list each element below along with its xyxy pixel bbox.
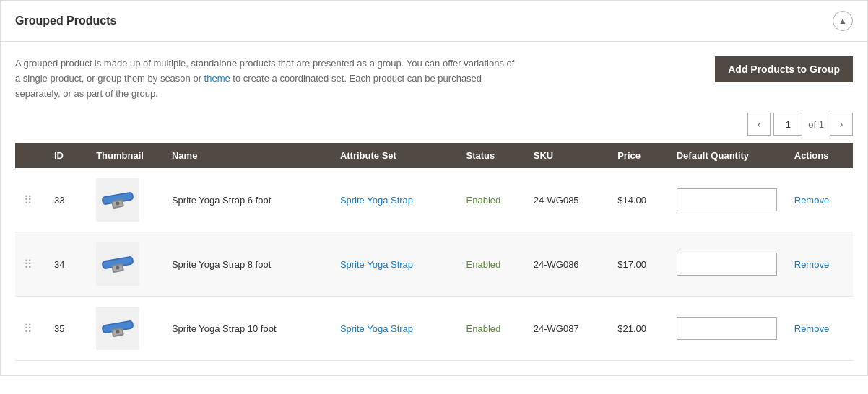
row-status: Enabled [458,297,525,361]
page-total: of 1 [805,119,827,130]
next-icon: › [840,118,843,130]
grouped-products-panel: Grouped Products ▲ A grouped product is … [0,0,868,376]
row-sku: 24-WG087 [525,297,609,361]
drag-dots-icon: ⠿ [24,258,32,271]
product-image [96,178,139,222]
drag-handle[interactable]: ⠿ [15,297,45,361]
row-status: Enabled [458,232,525,297]
product-image [96,242,139,286]
panel-title: Grouped Products [15,14,116,27]
row-sku: 24-WG085 [525,168,609,232]
page-number-input[interactable] [773,113,802,136]
row-thumbnail [87,297,163,361]
top-row: A grouped product is made up of multiple… [15,56,853,101]
row-attribute-set: Sprite Yoga Strap [331,232,458,297]
row-id: 33 [45,168,87,232]
row-price: $17.00 [609,232,668,297]
panel-body: A grouped product is made up of multiple… [1,42,867,375]
quantity-input[interactable] [677,317,777,340]
col-header-attribute-set: Attribute Set [331,143,458,168]
prev-page-button[interactable]: ‹ [747,113,771,136]
col-header-actions: Actions [786,143,853,168]
products-table: ID Thumbnail Name Attribute Set Status S… [15,143,853,361]
pagination-row: ‹ of 1 › [15,113,853,136]
row-default-quantity [668,297,786,361]
remove-link[interactable]: Remove [794,259,829,270]
table-row: ⠿ 35 Sprite Yoga Strap 10 foot Sprite Yo… [15,297,853,361]
add-products-button[interactable]: Add Products to Group [715,56,853,82]
prev-icon: ‹ [758,118,761,130]
col-header-thumbnail: Thumbnail [87,143,163,168]
drag-handle[interactable]: ⠿ [15,232,45,297]
collapse-button[interactable]: ▲ [833,11,853,31]
quantity-input[interactable] [677,188,777,211]
row-thumbnail [87,168,163,232]
row-product-name: Sprite Yoga Strap 8 foot [163,232,331,297]
row-product-name: Sprite Yoga Strap 10 foot [163,297,331,361]
row-thumbnail [87,232,163,297]
row-id: 35 [45,297,87,361]
quantity-input[interactable] [677,253,777,276]
row-attribute-set: Sprite Yoga Strap [331,297,458,361]
drag-handle[interactable]: ⠿ [15,168,45,232]
col-header-default-quantity: Default Quantity [668,143,786,168]
col-header-price: Price [609,143,668,168]
row-product-name: Sprite Yoga Strap 6 foot [163,168,331,232]
table-row: ⠿ 34 Sprite Yoga Strap 8 foot Sprite Yog… [15,232,853,297]
row-actions: Remove [786,297,853,361]
col-header-status: Status [458,143,525,168]
table-header: ID Thumbnail Name Attribute Set Status S… [15,143,853,168]
col-header-drag [15,143,45,168]
table-body: ⠿ 33 Sprite Yoga Strap 6 foot Sprite Yog… [15,168,853,361]
description-text: A grouped product is made up of multiple… [15,56,521,101]
row-price: $14.00 [609,168,668,232]
row-attribute-set: Sprite Yoga Strap [331,168,458,232]
drag-dots-icon: ⠿ [24,323,32,335]
panel-header: Grouped Products ▲ [1,1,867,42]
row-sku: 24-WG086 [525,232,609,297]
product-image [96,307,139,350]
col-header-id: ID [45,143,87,168]
row-actions: Remove [786,232,853,297]
row-default-quantity [668,168,786,232]
theme-link[interactable]: theme [204,73,230,84]
remove-link[interactable]: Remove [794,323,829,334]
drag-dots-icon: ⠿ [24,194,32,206]
chevron-up-icon: ▲ [838,16,847,26]
row-id: 34 [45,232,87,297]
col-header-sku: SKU [525,143,609,168]
row-price: $21.00 [609,297,668,361]
row-default-quantity [668,232,786,297]
row-status: Enabled [458,168,525,232]
row-actions: Remove [786,168,853,232]
table-row: ⠿ 33 Sprite Yoga Strap 6 foot Sprite Yog… [15,168,853,232]
col-header-name: Name [163,143,331,168]
remove-link[interactable]: Remove [794,195,829,206]
next-page-button[interactable]: › [830,113,853,136]
